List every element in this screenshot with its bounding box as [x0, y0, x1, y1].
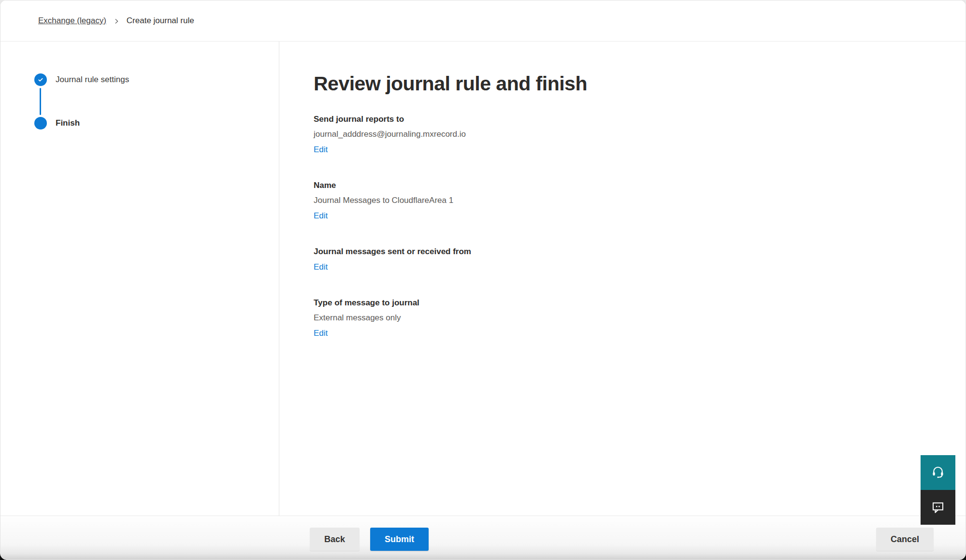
edit-link[interactable]: Edit — [314, 145, 328, 155]
feedback-button[interactable] — [921, 490, 955, 525]
exchange-admin-window: Exchange (legacy) Create journal rule Jo… — [0, 0, 966, 560]
section-value: External messages only — [314, 313, 966, 323]
review-section-journal-messages-sent-or-received-from: Journal messages sent or received from E… — [314, 247, 966, 272]
cancel-button[interactable]: Cancel — [876, 528, 934, 551]
breadcrumb: Exchange (legacy) Create journal rule — [38, 16, 194, 26]
page-title: Review journal rule and finish — [314, 72, 966, 95]
feedback-icon — [931, 500, 945, 516]
wizard-step-journal-rule-settings[interactable]: Journal rule settings — [34, 73, 279, 86]
wizard-steps-panel: Journal rule settings Finish — [0, 42, 279, 516]
edit-link[interactable]: Edit — [314, 211, 328, 221]
edit-link[interactable]: Edit — [314, 329, 328, 338]
step-connector-line — [40, 88, 41, 115]
wizard-step-finish[interactable]: Finish — [34, 117, 279, 129]
review-section-name: Name Journal Messages to CloudflareArea … — [314, 181, 966, 221]
step-completed-check-icon — [34, 73, 47, 86]
edit-link[interactable]: Edit — [314, 262, 328, 272]
back-button[interactable]: Back — [310, 528, 360, 551]
review-section-type-of-message-to-journal: Type of message to journal External mess… — [314, 298, 966, 338]
wizard-step-label: Journal rule settings — [56, 75, 129, 85]
floating-button-stack — [921, 455, 955, 525]
footer-action-bar: Back Submit Cancel — [0, 516, 966, 560]
section-value: Journal Messages to CloudflareArea 1 — [314, 196, 966, 205]
section-label: Name — [314, 181, 966, 190]
page-header: Exchange (legacy) Create journal rule — [0, 0, 966, 42]
wizard-step-label: Finish — [56, 118, 80, 128]
review-content: Review journal rule and finish Send jour… — [279, 42, 966, 516]
section-label: Type of message to journal — [314, 298, 966, 308]
help-button[interactable] — [921, 455, 955, 490]
section-label: Send journal reports to — [314, 115, 966, 124]
breadcrumb-link-exchange-legacy[interactable]: Exchange (legacy) — [38, 16, 106, 26]
chevron-right-icon — [113, 18, 120, 25]
submit-button[interactable]: Submit — [370, 528, 429, 551]
wizard-body: Journal rule settings Finish Review jour… — [0, 42, 966, 516]
breadcrumb-current: Create journal rule — [127, 16, 194, 26]
section-value: journal_adddress@journaling.mxrecord.io — [314, 129, 966, 139]
headset-icon — [931, 465, 945, 481]
review-section-send-journal-reports-to: Send journal reports to journal_adddress… — [314, 115, 966, 155]
section-label: Journal messages sent or received from — [314, 247, 966, 257]
step-current-dot-icon — [34, 117, 47, 129]
